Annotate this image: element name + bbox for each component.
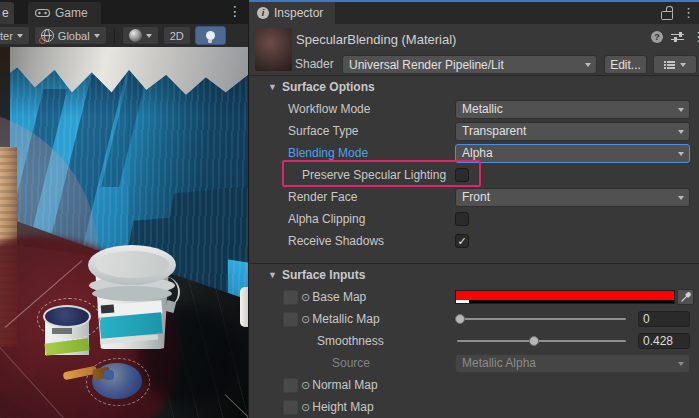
metallic-slider[interactable] [455, 308, 628, 330]
dropdown-arrow-icon [680, 63, 686, 67]
height-map-row: ⊙ Height Map [249, 396, 699, 418]
list-icon [664, 60, 675, 69]
scene-viewport[interactable] [0, 47, 248, 418]
surface-type-label: Surface Type [288, 124, 359, 138]
receive-shadows-row: Receive Shadows ✓ [249, 230, 699, 252]
eyedropper-button[interactable] [677, 289, 694, 305]
surface-inputs-header[interactable]: ▼ Surface Inputs [249, 264, 699, 286]
metallic-map-texture-slot[interactable] [283, 312, 298, 327]
shader-dropdown[interactable]: Universal Render Pipeline/Lit [342, 55, 597, 74]
paint-bucket [88, 245, 180, 357]
toggle-2d-label: 2D [170, 30, 184, 42]
tab-game[interactable]: Game [28, 2, 101, 24]
handle-orientation-button[interactable]: Global [34, 26, 107, 45]
tab-scene-partial-label: e [2, 6, 9, 20]
handle-orientation-label: Global [58, 30, 90, 42]
slider-handle[interactable] [529, 336, 539, 346]
shader-preset-list-button[interactable] [653, 55, 697, 74]
object-picker-icon[interactable]: ⊙ [301, 291, 310, 304]
toggle-2d-button[interactable]: 2D [163, 26, 191, 45]
dropdown-arrow-icon [678, 196, 684, 200]
preserve-specular-checkbox[interactable] [455, 168, 469, 182]
selection-outline [86, 358, 150, 406]
alpha-clipping-label: Alpha Clipping [288, 212, 365, 226]
pivot-rotation-label: ter [0, 30, 13, 42]
workflow-mode-label: Workflow Mode [288, 102, 370, 116]
selection-outline [37, 298, 101, 340]
alpha-clipping-checkbox[interactable] [455, 212, 469, 226]
blending-mode-dropdown[interactable]: Alpha [455, 144, 690, 163]
workflow-mode-dropdown[interactable]: Metallic [455, 100, 690, 119]
smoothness-source-label: Source [332, 356, 370, 370]
toolbar-separator [114, 29, 115, 43]
metallic-map-row: ⊙ Metallic Map 0 [249, 308, 699, 330]
foldout-arrow-icon: ▼ [268, 82, 279, 92]
object-picker-icon[interactable]: ⊙ [301, 313, 310, 326]
smoothness-label: Smoothness [317, 334, 384, 348]
alpha-clipping-row: Alpha Clipping [249, 208, 699, 230]
object-picker-icon[interactable]: ⊙ [301, 401, 310, 414]
inspector-panel: i Inspector ⋮ SpecularBlending (Material… [249, 0, 699, 418]
blending-mode-value: Alpha [462, 146, 493, 160]
help-icon[interactable]: ? [651, 31, 663, 43]
material-menu-icon[interactable]: ⋮ [692, 31, 699, 43]
smoothness-source-row: Source Metallic Alpha [249, 352, 699, 374]
object-picker-icon[interactable]: ⊙ [301, 379, 310, 392]
inspector-tab-bar: i Inspector ⋮ [249, 2, 699, 24]
info-icon: i [257, 7, 269, 19]
normal-map-row: ⊙ Normal Map [249, 374, 699, 396]
help-icon-glyph: ? [654, 32, 660, 42]
base-map-texture-slot[interactable] [283, 290, 298, 305]
surface-options-header[interactable]: ▼ Surface Options [249, 76, 699, 98]
material-header: SpecularBlending (Material) ? ⋮ Shader U… [249, 24, 699, 76]
slider-handle[interactable] [455, 314, 465, 324]
info-icon-glyph: i [262, 8, 265, 18]
dropdown-arrow-icon [678, 152, 684, 156]
metallic-value-field[interactable]: 0 [638, 311, 690, 327]
scene-tab-menu-icon[interactable]: ⋮ [228, 3, 242, 19]
slider-track [457, 318, 626, 320]
dropdown-arrow-icon [17, 34, 23, 38]
surface-type-dropdown[interactable]: Transparent [455, 122, 690, 141]
pivot-rotation-button[interactable]: ter [0, 26, 30, 45]
smoothness-value-field[interactable]: 0.428 [638, 333, 690, 349]
render-face-dropdown[interactable]: Front [455, 188, 690, 207]
material-properties: ▼ Surface Options Workflow Mode Metallic… [249, 76, 699, 418]
dropdown-arrow-icon [678, 108, 684, 112]
surface-type-row: Surface Type Transparent [249, 120, 699, 142]
globe-accent-ring [39, 37, 46, 44]
presets-icon[interactable] [671, 32, 684, 43]
metallic-map-label: Metallic Map [312, 312, 379, 326]
paint-roller-edge [240, 287, 248, 327]
receive-shadows-checkbox[interactable]: ✓ [455, 234, 469, 248]
dropdown-arrow-icon [585, 63, 591, 67]
paint-bucket-lid [88, 245, 176, 285]
lock-icon[interactable] [661, 11, 673, 20]
preserve-specular-row: Preserve Specular Lighting [249, 164, 699, 186]
scene-lighting-toggle-button[interactable] [195, 26, 226, 45]
shaded-sphere-icon [129, 29, 142, 42]
shader-edit-button[interactable]: Edit... [604, 55, 647, 74]
tab-inspector[interactable]: i Inspector [249, 2, 335, 24]
base-map-color-swatch[interactable] [455, 290, 675, 304]
paint-can [43, 305, 93, 359]
shading-mode-button[interactable] [122, 26, 159, 45]
slider-track [457, 340, 626, 342]
check-icon: ✓ [457, 235, 466, 247]
height-map-texture-slot[interactable] [283, 400, 298, 415]
dropdown-arrow-icon [94, 34, 100, 38]
smoothness-slider[interactable] [455, 330, 628, 352]
render-face-label: Render Face [288, 190, 357, 204]
dropdown-arrow-icon [678, 362, 684, 366]
render-face-value: Front [462, 190, 490, 204]
material-title: SpecularBlending (Material) [296, 32, 456, 47]
gamepad-icon [35, 8, 50, 18]
surface-type-value: Transparent [462, 124, 526, 138]
normal-map-texture-slot[interactable] [283, 378, 298, 393]
inspector-menu-icon[interactable]: ⋮ [682, 7, 695, 19]
shader-row: Shader Universal Render Pipeline/Lit Edi… [249, 55, 699, 74]
surface-options-title: Surface Options [282, 80, 375, 94]
blending-mode-label: Blending Mode [288, 146, 368, 160]
tab-scene-partial[interactable]: e [0, 2, 14, 24]
smoothness-value: 0.428 [643, 334, 673, 348]
